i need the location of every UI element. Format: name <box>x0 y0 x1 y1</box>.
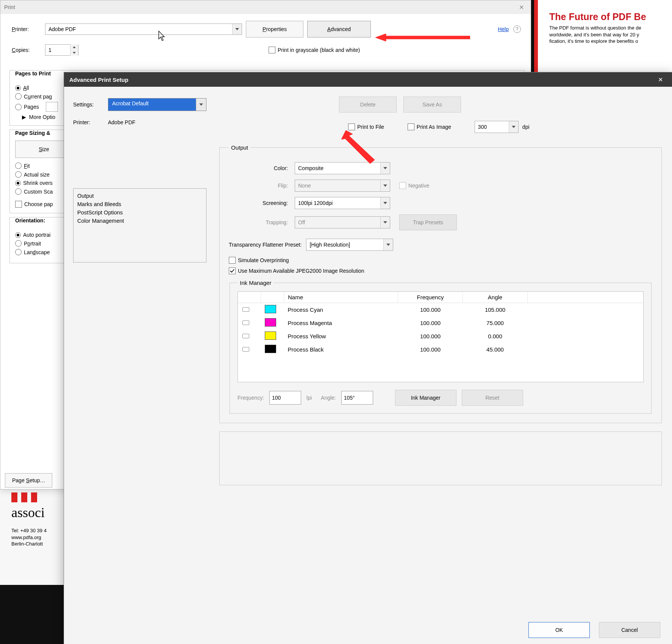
printer-select[interactable]: Adobe PDF <box>45 23 242 35</box>
arrow-annotation-icon <box>341 130 383 164</box>
page-sizing-label: Page Sizing & <box>14 130 52 136</box>
swatch-icon <box>265 305 276 313</box>
jpeg2000-checkbox[interactable]: Use Maximum Available JPEG2000 Image Res… <box>229 267 644 274</box>
page-setup-button[interactable]: Page Setup… <box>5 473 52 488</box>
save-as-button[interactable]: Save As <box>403 97 461 113</box>
close-icon[interactable]: ✕ <box>653 76 667 83</box>
arrow-annotation-icon <box>375 34 470 41</box>
copies-stepper[interactable]: 1 <box>45 44 78 56</box>
spin-down-icon[interactable] <box>70 50 78 56</box>
trap-presets-button[interactable]: Trap Presets <box>399 214 457 230</box>
help-link[interactable]: Help <box>498 26 509 32</box>
lpi-label: lpi <box>306 395 312 401</box>
pages-to-print-label: Pages to Print <box>14 70 52 77</box>
printer-icon <box>242 345 250 352</box>
printer-icon <box>242 319 250 326</box>
table-row[interactable]: Process Cyan100.000105.000 <box>238 303 643 317</box>
printer-value: Adobe PDF <box>108 119 135 125</box>
table-row[interactable]: Process Magenta100.00075.000 <box>238 316 643 330</box>
trapping-label: Trapping: <box>229 219 295 225</box>
ok-button[interactable]: OK <box>528 622 590 638</box>
cancel-button[interactable]: Cancel <box>599 622 660 638</box>
ink-manager-legend: Ink Manager <box>238 280 273 286</box>
doc-heading: The Future of PDF Be <box>549 11 665 22</box>
chevron-down-icon <box>380 180 390 191</box>
printer-value: Adobe PDF <box>45 26 232 32</box>
copies-value: 1 <box>45 47 70 53</box>
printer-label: Printer: <box>12 26 45 32</box>
help-icon[interactable]: ? <box>513 25 521 33</box>
reset-button[interactable]: Reset <box>462 390 523 406</box>
description-area <box>219 431 662 485</box>
spin-up-icon[interactable] <box>70 44 78 50</box>
list-item[interactable]: Marks and Bleeds <box>77 200 202 208</box>
settings-value: Acrobat Default <box>108 98 196 111</box>
swatch-icon <box>265 345 276 353</box>
flip-select: None <box>295 180 390 192</box>
list-item[interactable]: PostScript Options <box>77 208 202 217</box>
advanced-dialog-titlebar: Advanced Print Setup ✕ <box>64 72 672 87</box>
frequency-input[interactable] <box>269 391 301 405</box>
grayscale-checkbox[interactable]: Print in grayscale (black and white) <box>269 47 360 53</box>
print-dialog-title: Print <box>4 4 15 10</box>
chevron-down-icon[interactable] <box>509 121 518 133</box>
properties-button[interactable]: Properties <box>246 21 303 38</box>
chevron-down-icon[interactable] <box>232 24 242 34</box>
chevron-down-icon[interactable] <box>383 239 393 250</box>
settings-select[interactable]: Acrobat Default <box>108 98 206 111</box>
simulate-overprinting-checkbox[interactable]: Simulate Overprinting <box>229 257 652 264</box>
advanced-button[interactable]: Advanced <box>307 21 371 38</box>
cursor-icon <box>158 31 166 41</box>
angle-label: Angle: <box>321 395 336 401</box>
output-legend: Output <box>229 144 250 151</box>
print-as-image-checkbox[interactable]: Print As Image <box>408 123 451 130</box>
output-group: Output Color: Composite Flip: None <box>219 144 662 423</box>
print-dialog-titlebar: Print ✕ <box>0 0 531 14</box>
table-row[interactable]: Process Black100.00045.000 <box>238 343 643 356</box>
swatch-icon <box>265 318 276 327</box>
ink-manager-group: Ink Manager Name Frequency Angle <box>230 280 652 414</box>
svg-marker-0 <box>375 34 470 41</box>
svg-marker-1 <box>341 130 375 164</box>
ink-manager-button[interactable]: Ink Manager <box>395 390 456 406</box>
dpi-select[interactable]: 300 <box>475 121 519 133</box>
category-list[interactable]: Output Marks and Bleeds PostScript Optio… <box>73 188 206 263</box>
printer-icon <box>242 306 250 313</box>
angle-input[interactable] <box>341 391 373 405</box>
printer-label: Printer: <box>73 119 108 125</box>
chevron-down-icon[interactable] <box>196 98 206 111</box>
dpi-label: dpi <box>522 124 530 130</box>
advanced-print-dialog: Advanced Print Setup ✕ Settings: Acrobat… <box>64 72 672 644</box>
negative-checkbox: Negative <box>399 182 429 189</box>
document-background: The Future of PDF Be The PDF format is w… <box>534 0 672 72</box>
flattener-label: Transparency Flattener Preset: <box>229 242 306 248</box>
frequency-label: Frequency: <box>238 395 264 401</box>
close-icon[interactable]: ✕ <box>516 4 527 11</box>
flip-label: Flip: <box>229 183 295 189</box>
chevron-down-icon <box>380 217 390 228</box>
advanced-dialog-title: Advanced Print Setup <box>69 77 128 83</box>
pages-input[interactable] <box>46 102 58 112</box>
settings-label: Settings: <box>73 102 108 108</box>
copies-label: Copies: <box>12 47 45 53</box>
ink-table[interactable]: Name Frequency Angle Process Cyan100.000… <box>238 291 644 382</box>
table-row[interactable]: Process Yellow100.0000.000 <box>238 330 643 343</box>
swatch-icon <box>265 331 276 340</box>
screening-label: Screening: <box>229 200 295 206</box>
flattener-select[interactable]: [High Resolution] <box>306 239 393 251</box>
printer-icon <box>242 332 250 339</box>
dpi-value: 300 <box>475 124 509 130</box>
screening-select[interactable]: 100lpi 1200dpi <box>295 197 390 209</box>
trapping-select: Off <box>295 216 390 228</box>
print-to-file-checkbox[interactable]: Print to File <box>348 123 384 130</box>
doc-body: The PDF format is without question the d… <box>549 25 665 45</box>
orientation-label: Orientation: <box>14 217 47 224</box>
list-item[interactable]: Output <box>77 192 202 200</box>
list-item[interactable]: Color Management <box>77 217 202 225</box>
delete-button[interactable]: Delete <box>339 97 397 113</box>
chevron-down-icon[interactable] <box>380 197 390 209</box>
color-label: Color: <box>229 165 295 171</box>
